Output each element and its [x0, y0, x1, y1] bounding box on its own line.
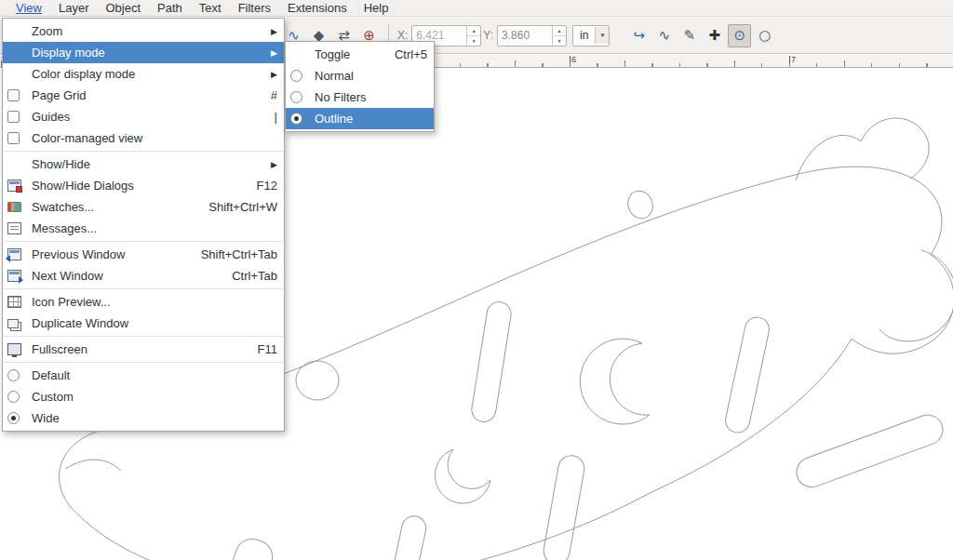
menu-item-outline[interactable]: Outline [286, 108, 434, 129]
menu-item-fullscreen[interactable]: Fullscreen F11 [3, 339, 284, 360]
unit-value: in [580, 29, 588, 42]
menu-extensions[interactable]: Extensions [279, 0, 356, 16]
icon-preview-icon [7, 296, 21, 308]
menu-separator [4, 288, 283, 289]
circle-path [296, 361, 339, 400]
menu-item-custom[interactable]: Custom [3, 386, 284, 407]
head-detail-path [65, 460, 121, 471]
view-menu: Zoom ▶ Display mode ▶ Color display mode… [2, 18, 285, 432]
submenu-arrow-icon: ▶ [271, 48, 277, 58]
ruler-label: 6 [571, 55, 576, 64]
blob-path [624, 187, 657, 221]
menu-object[interactable]: Object [97, 0, 149, 16]
y-value-field[interactable] [498, 26, 552, 46]
radio-selected-icon [7, 412, 20, 424]
menu-item-no-filters[interactable]: No Filters [286, 87, 434, 108]
y-coordinate-spinbox: ▲ ▼ [497, 25, 567, 47]
menu-item-icon-preview[interactable]: Icon Preview... [3, 291, 284, 313]
slot-path [542, 453, 586, 560]
menu-separator [4, 362, 283, 363]
crescent-path [580, 339, 650, 424]
menu-item-display-mode[interactable]: Display mode ▶ [3, 42, 284, 63]
inkscape-window: View Layer Object Path Text Filters Exte… [0, 0, 953, 560]
menu-item-messages[interactable]: Messages... [3, 218, 284, 239]
menu-item-color-managed-view[interactable]: Color-managed view [3, 127, 284, 149]
spin-up-icon[interactable]: ▲ [553, 26, 566, 36]
submenu-arrow-icon: ▶ [271, 27, 277, 36]
menu-view[interactable]: View [7, 0, 50, 16]
display-mode-submenu: Toggle Ctrl+5 Normal No Filters Outline [285, 41, 435, 132]
menu-item-normal[interactable]: Normal [286, 65, 434, 87]
slot-path [385, 513, 428, 560]
path-outline-icon[interactable]: ○ [753, 24, 776, 47]
fullscreen-icon [7, 343, 21, 355]
radio-icon [7, 369, 20, 381]
units-dropdown[interactable]: in ▼ [572, 25, 610, 47]
spiro-path-icon[interactable]: ↪ [627, 24, 651, 47]
menu-text[interactable]: Text [191, 0, 230, 16]
dialogs-icon [7, 180, 21, 192]
menu-path[interactable]: Path [149, 0, 191, 16]
messages-icon [7, 222, 21, 234]
menu-item-zoom[interactable]: Zoom ▶ [3, 20, 284, 42]
menu-item-wide[interactable]: Wide [3, 407, 284, 429]
radio-icon [290, 70, 302, 82]
pen-mode-icon[interactable]: ✎ [678, 24, 701, 47]
menu-item-swatches[interactable]: Swatches... Shift+Ctrl+W [3, 196, 284, 218]
bspline-path-icon[interactable]: ∿ [652, 24, 676, 47]
swatches-icon [7, 202, 21, 212]
duplicate-window-icon [7, 319, 19, 328]
slot-path [792, 411, 946, 492]
menu-item-default[interactable]: Default [3, 365, 284, 386]
checkbox [7, 89, 20, 101]
spin-down-icon[interactable]: ▼ [553, 36, 566, 46]
submenu-arrow-icon: ▶ [271, 160, 277, 169]
menu-item-color-display-mode[interactable]: Color display mode ▶ [3, 63, 284, 85]
side-fin-path [879, 250, 953, 341]
top-fin-path [796, 118, 929, 180]
next-window-icon [7, 270, 21, 282]
menu-item-page-grid[interactable]: Page Grid # [3, 85, 284, 106]
checkbox [7, 132, 20, 144]
menu-item-next-window[interactable]: Next Window Ctrl+Tab [3, 265, 284, 287]
crescent-path [435, 449, 490, 503]
menu-layer[interactable]: Layer [50, 0, 98, 16]
transform-handles-icon[interactable]: ✚ [703, 24, 726, 47]
previous-window-icon [7, 248, 21, 260]
menu-separator [4, 151, 283, 152]
menu-item-toggle[interactable]: Toggle Ctrl+5 [286, 44, 434, 65]
checkbox [7, 111, 20, 123]
x-label: X: [397, 29, 408, 42]
slot-path [219, 535, 277, 560]
slot-path [470, 300, 513, 423]
radio-icon [290, 91, 302, 103]
menu-separator [4, 241, 283, 242]
slot-path [723, 315, 772, 435]
radio-selected-icon [290, 113, 302, 125]
spin-up-icon[interactable]: ▲ [467, 26, 480, 36]
dropdown-arrow-icon: ▼ [595, 27, 609, 44]
y-label: Y: [483, 29, 493, 42]
submenu-arrow-icon: ▶ [271, 70, 277, 79]
spin-down-icon[interactable]: ▼ [467, 36, 480, 46]
menu-filters[interactable]: Filters [230, 0, 279, 16]
menu-item-show-hide[interactable]: Show/Hide ▶ [3, 153, 284, 175]
bezier-handles-icon[interactable]: ⊙ [728, 24, 751, 47]
menu-item-previous-window[interactable]: Previous Window Shift+Ctrl+Tab [3, 244, 284, 265]
menubar: View Layer Object Path Text Filters Exte… [0, 0, 953, 17]
menu-item-duplicate-window[interactable]: Duplicate Window [3, 313, 284, 334]
menu-separator [4, 336, 283, 337]
menu-item-show-hide-dialogs[interactable]: Show/Hide Dialogs F12 [3, 175, 284, 196]
menu-item-guides[interactable]: Guides | [3, 106, 284, 127]
menu-help[interactable]: Help [356, 0, 397, 16]
ruler-label: 7 [791, 55, 796, 64]
radio-icon [7, 391, 20, 403]
